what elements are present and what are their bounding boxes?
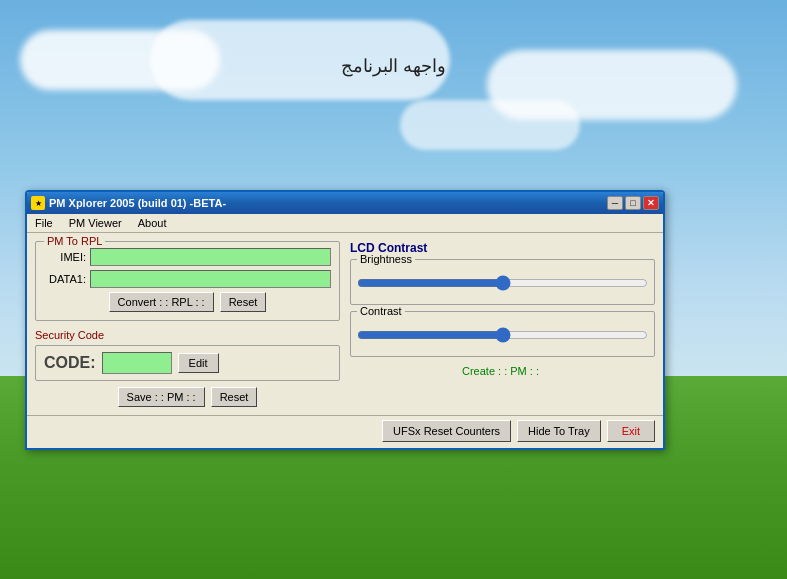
- save-pm-button[interactable]: Save : : PM : :: [118, 387, 205, 407]
- security-code-label: Security Code: [35, 329, 340, 341]
- desktop: واجهه البرنامج ★ PM Xplorer 2005 (build …: [0, 0, 787, 579]
- imei-label: IMEI:: [44, 251, 86, 263]
- left-panel: PM To RPL IMEI: DATA1: Convert : : RPL :…: [35, 241, 340, 407]
- menu-pmviewer[interactable]: PM Viewer: [65, 216, 126, 230]
- code-row: CODE: Edit: [35, 345, 340, 381]
- convert-rpl-button[interactable]: Convert : : RPL : :: [109, 292, 214, 312]
- window-icon: ★: [31, 196, 45, 210]
- minimize-button[interactable]: ─: [607, 196, 623, 210]
- main-window: ★ PM Xplorer 2005 (build 01) -BETA- ─ □ …: [25, 190, 665, 450]
- reset-pm-rpl-button[interactable]: Reset: [220, 292, 267, 312]
- imei-row: IMEI:: [44, 248, 331, 266]
- create-pm-button[interactable]: Create : : PM : :: [350, 363, 651, 379]
- data1-row: DATA1:: [44, 270, 331, 288]
- data1-input[interactable]: [90, 270, 331, 288]
- right-panel: LCD Contrast Brightness Contrast Create …: [350, 241, 655, 407]
- contrast-label: Contrast: [357, 305, 405, 317]
- bottom-bar: UFSx Reset Counters Hide To Tray Exit: [27, 415, 663, 448]
- security-code-section: Security Code CODE: Edit Save : : PM : :…: [35, 329, 340, 407]
- maximize-button[interactable]: □: [625, 196, 641, 210]
- pm-to-rpl-buttons: Convert : : RPL : : Reset: [44, 292, 331, 312]
- brightness-label: Brightness: [357, 253, 415, 265]
- ufsx-reset-button[interactable]: UFSx Reset Counters: [382, 420, 511, 442]
- title-buttons: ─ □ ✕: [607, 196, 659, 210]
- window-content: PM To RPL IMEI: DATA1: Convert : : RPL :…: [27, 233, 663, 415]
- contrast-slider[interactable]: [357, 326, 648, 344]
- title-bar: ★ PM Xplorer 2005 (build 01) -BETA- ─ □ …: [27, 192, 663, 214]
- imei-input[interactable]: [90, 248, 331, 266]
- brightness-slider[interactable]: [357, 274, 648, 292]
- close-button[interactable]: ✕: [643, 196, 659, 210]
- menu-about[interactable]: About: [134, 216, 171, 230]
- menu-file[interactable]: File: [31, 216, 57, 230]
- code-label: CODE:: [44, 354, 96, 372]
- hide-to-tray-button[interactable]: Hide To Tray: [517, 420, 601, 442]
- window-title: PM Xplorer 2005 (build 01) -BETA-: [49, 197, 226, 209]
- brightness-group: Brightness: [350, 259, 655, 305]
- code-input[interactable]: [102, 352, 172, 374]
- cloud-4: [400, 100, 580, 150]
- security-button-row: Save : : PM : : Reset: [35, 387, 340, 407]
- data1-label: DATA1:: [44, 273, 86, 285]
- arabic-text: واجهه البرنامج: [341, 55, 446, 77]
- exit-button[interactable]: Exit: [607, 420, 655, 442]
- pm-to-rpl-group: PM To RPL IMEI: DATA1: Convert : : RPL :…: [35, 241, 340, 321]
- title-bar-left: ★ PM Xplorer 2005 (build 01) -BETA-: [31, 196, 226, 210]
- edit-button[interactable]: Edit: [178, 353, 219, 373]
- contrast-group: Contrast: [350, 311, 655, 357]
- pm-to-rpl-label: PM To RPL: [44, 235, 105, 247]
- reset-security-button[interactable]: Reset: [211, 387, 258, 407]
- menu-bar: File PM Viewer About: [27, 214, 663, 233]
